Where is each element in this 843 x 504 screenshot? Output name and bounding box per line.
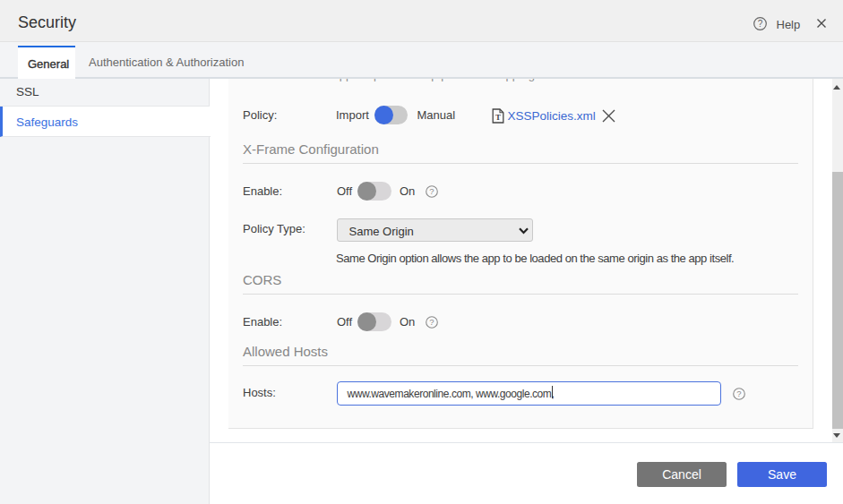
svg-text:?: ? [736,389,741,398]
svg-text:?: ? [758,19,763,29]
svg-text:T: T [495,113,501,122]
svg-text:?: ? [429,186,434,196]
svg-text:?: ? [429,317,434,327]
